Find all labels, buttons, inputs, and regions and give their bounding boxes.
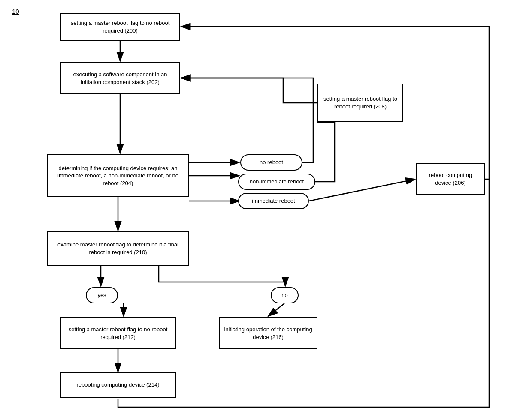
immediate-reboot-label: immediate reboot bbox=[252, 198, 295, 205]
box-200: setting a master reboot flag to no reboo… bbox=[60, 13, 180, 41]
box-no-reboot: no reboot bbox=[240, 154, 302, 171]
box-202-label: executing a software component in an ini… bbox=[65, 71, 175, 86]
svg-line-7 bbox=[309, 179, 415, 201]
non-immediate-reboot-label: non-immediate reboot bbox=[250, 178, 304, 186]
page-number: 10 bbox=[12, 8, 19, 15]
box-202: executing a software component in an ini… bbox=[60, 62, 180, 94]
box-216: initiating operation of the computing de… bbox=[219, 317, 317, 349]
box-214: rebooting computing device (214) bbox=[60, 372, 176, 398]
box-204-label: determining if the computing device requ… bbox=[52, 165, 184, 187]
box-yes: yes bbox=[86, 287, 118, 303]
box-214-label: rebooting computing device (214) bbox=[77, 381, 160, 389]
box-206: reboot computing device (206) bbox=[416, 163, 485, 195]
box-210-label: examine master reboot flag to determine … bbox=[52, 241, 184, 256]
box-208: setting a master reboot flag to reboot r… bbox=[317, 84, 403, 122]
svg-line-10 bbox=[268, 303, 284, 316]
no-label: no bbox=[281, 292, 287, 299]
flowchart-diagram: setting a master reboot flag to no reboo… bbox=[26, 4, 515, 403]
box-non-immediate-reboot: non-immediate reboot bbox=[238, 174, 315, 190]
box-212: setting a master reboot flag to no reboo… bbox=[60, 317, 176, 349]
box-208-label: setting a master reboot flag to reboot r… bbox=[323, 95, 398, 110]
box-204: determining if the computing device requ… bbox=[47, 154, 189, 197]
box-206-label: reboot computing device (206) bbox=[421, 171, 480, 186]
box-200-label: setting a master reboot flag to no reboo… bbox=[65, 19, 175, 34]
yes-label: yes bbox=[97, 292, 106, 299]
box-216-label: initiating operation of the computing de… bbox=[224, 326, 312, 341]
box-immediate-reboot: immediate reboot bbox=[238, 193, 309, 209]
box-no: no bbox=[271, 287, 299, 303]
box-212-label: setting a master reboot flag to no reboo… bbox=[65, 326, 171, 341]
box-210: examine master reboot flag to determine … bbox=[47, 231, 189, 266]
no-reboot-label: no reboot bbox=[260, 159, 283, 166]
